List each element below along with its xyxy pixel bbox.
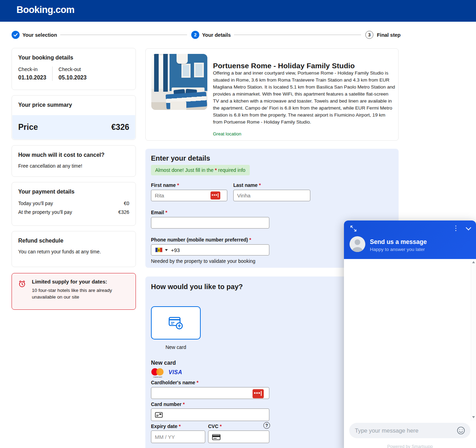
required-asterisk: *: [165, 210, 167, 215]
price-value: €326: [111, 122, 129, 132]
first-name-label: First name *: [151, 182, 179, 188]
phone-country-code[interactable]: +93: [171, 247, 180, 253]
required-asterisk: *: [196, 380, 198, 385]
chat-message-input[interactable]: [354, 427, 456, 434]
chat-header: ⋮ Send us a message Happy to answer you …: [344, 220, 476, 259]
banner-text-1: Almost done! Just fill in the: [155, 167, 215, 173]
scroll-up-arrow-icon[interactable]: [472, 261, 475, 263]
chat-menu-icon[interactable]: ⋮: [453, 224, 459, 232]
progress-line-1: [60, 35, 187, 35]
location-badge: Great location: [213, 131, 241, 136]
payment-details-card: Your payment details Today you'll pay €0…: [12, 182, 136, 226]
phone-field[interactable]: +93: [151, 244, 269, 255]
new-card-icon: [167, 316, 185, 330]
required-asterisk: *: [259, 182, 261, 188]
chat-minimize-icon[interactable]: [466, 225, 471, 231]
checkin-label: Check-in: [18, 66, 46, 72]
email-label: Email *: [151, 210, 167, 215]
almost-done-banner: Almost done! Just fill in the * required…: [151, 165, 250, 175]
cvc-label: CVC *: [208, 424, 222, 429]
price-summary-title: Your price summary: [12, 96, 136, 108]
cvc-card-icon: [212, 434, 221, 441]
property-photo: [151, 54, 207, 110]
chat-subtitle: Happy to answer you later: [370, 247, 425, 252]
photo-wall-frame: [181, 64, 191, 78]
payment-today-label: Today you'll pay: [18, 201, 53, 206]
price-label: Price: [18, 122, 38, 132]
last-name-label: Last name *: [233, 182, 261, 188]
scroll-down-arrow-icon[interactable]: [472, 416, 475, 418]
country-flag-icon[interactable]: [155, 247, 163, 252]
step-2-label: Your details: [202, 32, 231, 38]
required-asterisk: *: [177, 182, 179, 188]
alert-title: Limited supply for your dates:: [32, 279, 130, 285]
visa-logo: VISA: [168, 369, 182, 376]
checkout-label: Check-out: [58, 66, 87, 72]
step-3-indicator: 3: [365, 31, 373, 39]
chat-input-bar: [349, 423, 470, 438]
property-card: Portuense Rome - Holiday Family Studio O…: [145, 48, 399, 141]
payment-title: How would you like to pay?: [151, 283, 243, 291]
phone-label: Phone number (mobile number preferred) *: [151, 237, 251, 243]
expiry-label: Expiry date *: [151, 424, 181, 429]
mastercard-logo: mastercard: [151, 368, 164, 378]
accepted-cards: mastercard VISA: [151, 368, 182, 378]
photo-curtain: [154, 54, 159, 92]
password-manager-icon[interactable]: •••|: [211, 191, 220, 200]
chat-scrollbar[interactable]: [471, 259, 476, 420]
booking-logo[interactable]: Booking.com: [16, 5, 75, 15]
price-band: Price €326: [12, 115, 135, 139]
new-card-heading: New card: [151, 360, 176, 366]
payment-property-value: €326: [118, 209, 129, 215]
app-header: Booking.com: [0, 0, 476, 22]
chat-title: Send us a message: [370, 238, 427, 246]
booking-details-title: Your booking details: [12, 48, 136, 61]
refund-schedule-title: Refund schedule: [12, 231, 136, 244]
expiry-field: [151, 430, 205, 443]
credit-card-icon: [155, 412, 163, 418]
photo-wall-frame: [194, 63, 204, 77]
cancellation-text: Free cancellation at any time!: [12, 158, 136, 169]
emoji-icon[interactable]: [456, 426, 465, 435]
step-2-indicator: 2: [191, 31, 199, 39]
email-input[interactable]: [151, 217, 269, 228]
payment-row-today: Today you'll pay €0: [18, 201, 129, 206]
cardholder-input[interactable]: [151, 387, 269, 399]
card-number-field: [151, 408, 269, 421]
chevron-down-icon[interactable]: [165, 249, 168, 251]
new-card-option[interactable]: [151, 306, 201, 340]
photo-bench: [170, 102, 186, 110]
checkin-block: Check-in 01.10.2023: [18, 66, 46, 81]
alarm-clock-icon: [18, 280, 26, 288]
cvc-field: [208, 430, 269, 443]
last-name-field: [233, 190, 310, 201]
required-asterisk: *: [179, 424, 180, 429]
banner-text-2: required info: [217, 167, 246, 173]
enter-details-title: Enter your details: [151, 154, 210, 162]
expand-chat-icon[interactable]: [350, 225, 357, 232]
powered-by-label: Powered by Smartsupp: [344, 444, 476, 448]
password-manager-icon[interactable]: •••|: [253, 389, 264, 398]
cvc-help-icon[interactable]: ?: [263, 422, 270, 429]
price-summary-card: Your price summary Price €326: [12, 95, 136, 140]
new-card-caption: New card: [151, 344, 201, 350]
payment-details-title: Your payment details: [12, 182, 136, 195]
step-1-label: Your selection: [22, 32, 57, 38]
cancellation-title: How much will it cost to cancel?: [12, 146, 136, 158]
step-3-label: Final step: [377, 32, 401, 38]
expiry-input[interactable]: [151, 431, 205, 443]
check-icon: [13, 32, 18, 37]
card-number-input[interactable]: [151, 409, 269, 421]
checkout-date: 05.10.2023: [58, 75, 87, 81]
dates-divider: [52, 66, 53, 81]
required-asterisk: *: [183, 401, 185, 407]
refund-schedule-text: You can return your funds at any time.: [12, 244, 136, 254]
refund-schedule-card: Refund schedule You can return your fund…: [12, 231, 136, 267]
email-field: [151, 217, 269, 229]
last-name-input[interactable]: [234, 190, 310, 201]
cardholder-label: Cardholder's name *: [151, 380, 199, 385]
step-1-done-indicator: [12, 31, 20, 39]
photo-curtain: [163, 54, 168, 92]
agent-avatar: [350, 236, 365, 252]
progress-line-2: [234, 35, 361, 35]
